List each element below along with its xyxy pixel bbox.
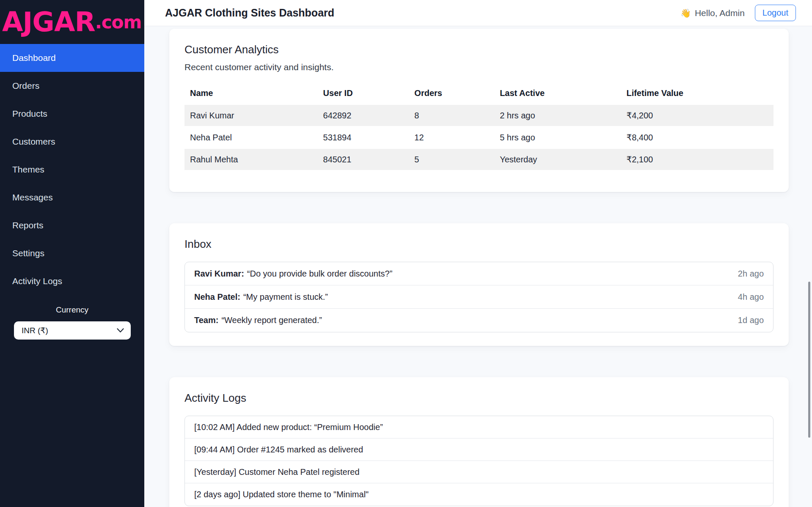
message-sender: Neha Patel: [194, 292, 240, 302]
log-entry: [2 days ago] Updated store theme to "Min… [185, 483, 773, 506]
sidebar-nav: Dashboard Orders Products Customers Them… [0, 44, 144, 295]
cell-lifetime-value: ₹2,100 [621, 148, 773, 170]
activity-logs-card: Activity Logs [10:02 AM] Added new produ… [169, 377, 789, 507]
analytics-subtitle: Recent customer activity and insights. [184, 62, 773, 72]
analytics-table: Name User ID Orders Last Active Lifetime… [184, 84, 773, 171]
customer-analytics-card: Customer Analytics Recent customer activ… [169, 29, 789, 192]
cell-lifetime-value: ₹4,200 [621, 105, 773, 126]
sidebar-item-settings[interactable]: Settings [0, 239, 144, 267]
message-time: 2h ago [738, 269, 764, 279]
activity-logs-title: Activity Logs [184, 392, 773, 405]
page-title: AJGAR Clothing Sites Dashboard [165, 7, 334, 19]
column-header-orders: Orders [409, 84, 494, 105]
sidebar-item-customers[interactable]: Customers [0, 128, 144, 156]
table-row: Neha Patel 531894 12 5 hrs ago ₹8,400 [184, 126, 773, 148]
message-text: “Do you provide bulk order discounts?” [247, 269, 393, 279]
column-header-user-id: User ID [318, 84, 409, 105]
message-sender: Team: [194, 315, 218, 325]
column-header-name: Name [184, 84, 318, 105]
cell-user-id: 845021 [318, 148, 409, 170]
logout-button[interactable]: Logout [755, 5, 796, 21]
currency-section: Currency INR (₹) [0, 305, 144, 340]
cell-lifetime-value: ₹8,400 [621, 126, 773, 148]
analytics-table-body: Ravi Kumar 642892 8 2 hrs ago ₹4,200 Neh… [184, 105, 773, 170]
table-row: Ravi Kumar 642892 8 2 hrs ago ₹4,200 [184, 105, 773, 126]
cell-last-active: 5 hrs ago [494, 126, 621, 148]
header-right: 👋 Hello, Admin Logout [680, 5, 796, 21]
log-entry: [09:44 AM] Order #1245 marked as deliver… [185, 438, 773, 461]
column-header-last-active: Last Active [494, 84, 621, 105]
table-header-row: Name User ID Orders Last Active Lifetime… [184, 84, 773, 105]
sidebar-item-orders[interactable]: Orders [0, 72, 144, 100]
column-header-lifetime-value: Lifetime Value [621, 84, 773, 105]
sidebar: AJGAR.com Dashboard Orders Products Cust… [0, 0, 144, 507]
message-time: 4h ago [738, 292, 764, 302]
analytics-title: Customer Analytics [184, 43, 773, 56]
scrollbar-thumb[interactable] [808, 282, 810, 438]
sidebar-item-activity-logs[interactable]: Activity Logs [0, 267, 144, 295]
cell-user-id: 531894 [318, 126, 409, 148]
cell-orders: 5 [409, 148, 494, 170]
cell-last-active: 2 hrs ago [494, 105, 621, 126]
main-content: Customer Analytics Recent customer activ… [144, 26, 812, 507]
message-text: “My payment is stuck.” [243, 292, 328, 302]
sidebar-item-products[interactable]: Products [0, 100, 144, 128]
inbox-message[interactable]: Team: “Weekly report generated.” 1d ago [185, 309, 773, 332]
cell-last-active: Yesterday [494, 148, 621, 170]
logo-suffix-text: .com [95, 12, 141, 33]
wave-icon: 👋 [680, 8, 691, 18]
logo-text: AJGAR [2, 6, 95, 38]
greeting: 👋 Hello, Admin [680, 8, 745, 18]
sidebar-item-reports[interactable]: Reports [0, 211, 144, 239]
inbox-title: Inbox [184, 238, 773, 251]
inbox-list: Ravi Kumar: “Do you provide bulk order d… [184, 262, 773, 332]
currency-select[interactable]: INR (₹) [14, 321, 131, 340]
greeting-text: Hello, Admin [695, 8, 745, 18]
message-text: “Weekly report generated.” [221, 315, 322, 325]
log-entry: [10:02 AM] Added new product: “Premium H… [185, 416, 773, 438]
inbox-card: Inbox Ravi Kumar: “Do you provide bulk o… [169, 223, 789, 346]
logo: AJGAR.com [0, 0, 144, 44]
cell-orders: 8 [409, 105, 494, 126]
analytics-table-head: Name User ID Orders Last Active Lifetime… [184, 84, 773, 105]
sidebar-item-dashboard[interactable]: Dashboard [0, 44, 144, 72]
currency-label: Currency [0, 305, 144, 315]
inbox-message[interactable]: Ravi Kumar: “Do you provide bulk order d… [185, 262, 773, 285]
cell-name: Ravi Kumar [184, 105, 318, 126]
message-sender: Ravi Kumar: [194, 269, 244, 279]
inbox-message[interactable]: Neha Patel: “My payment is stuck.” 4h ag… [185, 285, 773, 309]
cell-orders: 12 [409, 126, 494, 148]
chevron-down-icon [117, 328, 124, 333]
cell-user-id: 642892 [318, 105, 409, 126]
log-entry: [Yesterday] Customer Neha Patel register… [185, 461, 773, 483]
currency-selected-value: INR (₹) [22, 326, 48, 335]
message-time: 1d ago [738, 315, 764, 325]
sidebar-item-messages[interactable]: Messages [0, 184, 144, 211]
table-row: Rahul Mehta 845021 5 Yesterday ₹2,100 [184, 148, 773, 170]
top-header: AJGAR Clothing Sites Dashboard 👋 Hello, … [144, 0, 812, 26]
activity-logs-list: [10:02 AM] Added new product: “Premium H… [184, 416, 773, 506]
content-column: AJGAR Clothing Sites Dashboard 👋 Hello, … [144, 0, 812, 507]
cell-name: Rahul Mehta [184, 148, 318, 170]
sidebar-item-themes[interactable]: Themes [0, 156, 144, 184]
cell-name: Neha Patel [184, 126, 318, 148]
